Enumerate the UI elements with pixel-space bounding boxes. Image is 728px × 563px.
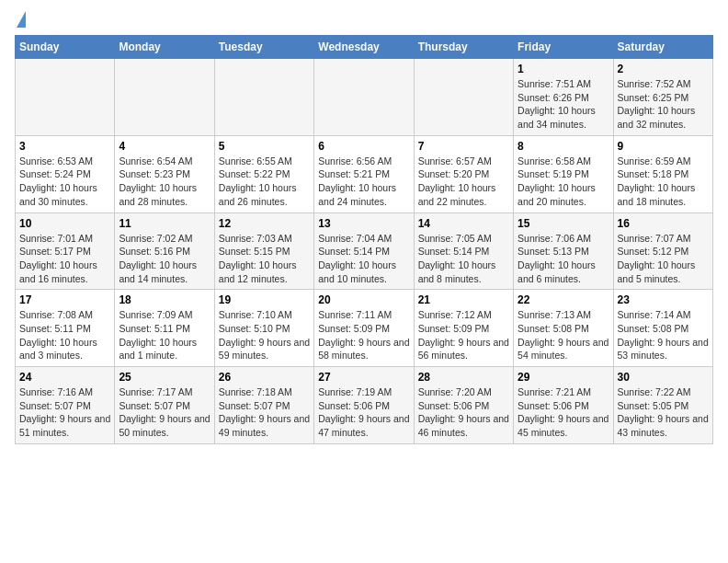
calendar-cell xyxy=(115,59,214,136)
calendar-cell: 15Sunrise: 7:06 AM Sunset: 5:13 PM Dayli… xyxy=(514,213,613,290)
calendar-cell: 20Sunrise: 7:11 AM Sunset: 5:09 PM Dayli… xyxy=(314,290,414,367)
day-number: 5 xyxy=(219,140,310,153)
day-number: 17 xyxy=(19,293,110,306)
day-number: 8 xyxy=(518,140,609,153)
day-number: 25 xyxy=(119,371,210,384)
day-info: Sunrise: 7:12 AM Sunset: 5:09 PM Dayligh… xyxy=(418,308,509,362)
day-info: Sunrise: 7:04 AM Sunset: 5:14 PM Dayligh… xyxy=(318,232,409,286)
calendar-cell: 1Sunrise: 7:51 AM Sunset: 6:26 PM Daylig… xyxy=(514,59,613,136)
day-info: Sunrise: 7:19 AM Sunset: 5:06 PM Dayligh… xyxy=(318,385,409,440)
weekday-header: Wednesday xyxy=(314,36,414,59)
calendar-cell: 27Sunrise: 7:19 AM Sunset: 5:06 PM Dayli… xyxy=(314,367,414,444)
calendar-cell: 3Sunrise: 6:53 AM Sunset: 5:24 PM Daylig… xyxy=(16,135,115,213)
calendar-cell: 29Sunrise: 7:21 AM Sunset: 5:06 PM Dayli… xyxy=(514,367,613,444)
calendar-cell: 13Sunrise: 7:04 AM Sunset: 5:14 PM Dayli… xyxy=(314,213,414,290)
calendar-cell: 26Sunrise: 7:18 AM Sunset: 5:07 PM Dayli… xyxy=(214,367,313,444)
calendar-cell: 7Sunrise: 6:57 AM Sunset: 5:20 PM Daylig… xyxy=(414,135,513,213)
day-number: 11 xyxy=(119,217,210,230)
day-info: Sunrise: 6:57 AM Sunset: 5:20 PM Dayligh… xyxy=(418,155,509,209)
day-number: 26 xyxy=(219,371,310,384)
calendar-cell: 9Sunrise: 6:59 AM Sunset: 5:18 PM Daylig… xyxy=(613,135,712,213)
day-number: 2 xyxy=(618,63,709,75)
day-number: 19 xyxy=(219,293,310,306)
calendar-cell: 8Sunrise: 6:58 AM Sunset: 5:19 PM Daylig… xyxy=(514,135,613,213)
calendar-cell: 11Sunrise: 7:02 AM Sunset: 5:16 PM Dayli… xyxy=(115,213,214,290)
day-number: 29 xyxy=(518,371,609,384)
day-info: Sunrise: 6:59 AM Sunset: 5:18 PM Dayligh… xyxy=(618,155,709,209)
calendar-cell: 19Sunrise: 7:10 AM Sunset: 5:10 PM Dayli… xyxy=(214,290,313,367)
day-number: 24 xyxy=(19,371,110,384)
day-number: 7 xyxy=(418,140,509,153)
day-info: Sunrise: 7:08 AM Sunset: 5:11 PM Dayligh… xyxy=(19,308,110,362)
calendar-cell: 22Sunrise: 7:13 AM Sunset: 5:08 PM Dayli… xyxy=(514,290,613,367)
day-number: 22 xyxy=(518,293,609,306)
calendar-cell: 25Sunrise: 7:17 AM Sunset: 5:07 PM Dayli… xyxy=(115,367,214,444)
calendar-cell: 10Sunrise: 7:01 AM Sunset: 5:17 PM Dayli… xyxy=(16,213,115,290)
day-number: 23 xyxy=(618,293,709,306)
calendar-cell: 5Sunrise: 6:55 AM Sunset: 5:22 PM Daylig… xyxy=(214,135,313,213)
calendar-week-row: 1Sunrise: 7:51 AM Sunset: 6:26 PM Daylig… xyxy=(16,59,713,136)
calendar-cell: 4Sunrise: 6:54 AM Sunset: 5:23 PM Daylig… xyxy=(115,135,214,213)
weekday-header: Tuesday xyxy=(214,36,313,59)
day-number: 30 xyxy=(618,371,709,384)
day-info: Sunrise: 6:55 AM Sunset: 5:22 PM Dayligh… xyxy=(219,155,310,209)
calendar-cell: 14Sunrise: 7:05 AM Sunset: 5:14 PM Dayli… xyxy=(414,213,513,290)
day-number: 13 xyxy=(318,217,409,230)
day-info: Sunrise: 7:05 AM Sunset: 5:14 PM Dayligh… xyxy=(418,232,509,286)
day-number: 15 xyxy=(518,217,609,230)
day-info: Sunrise: 7:13 AM Sunset: 5:08 PM Dayligh… xyxy=(518,308,609,362)
day-info: Sunrise: 7:21 AM Sunset: 5:06 PM Dayligh… xyxy=(518,385,609,440)
day-number: 28 xyxy=(418,371,509,384)
day-number: 1 xyxy=(518,63,609,75)
weekday-header: Friday xyxy=(514,36,613,59)
calendar-cell xyxy=(314,59,414,136)
calendar-cell: 28Sunrise: 7:20 AM Sunset: 5:06 PM Dayli… xyxy=(414,367,513,444)
day-number: 4 xyxy=(119,140,210,153)
day-info: Sunrise: 7:01 AM Sunset: 5:17 PM Dayligh… xyxy=(19,232,110,286)
day-info: Sunrise: 7:20 AM Sunset: 5:06 PM Dayligh… xyxy=(418,385,509,440)
calendar-cell: 17Sunrise: 7:08 AM Sunset: 5:11 PM Dayli… xyxy=(16,290,115,367)
day-number: 14 xyxy=(418,217,509,230)
day-info: Sunrise: 7:03 AM Sunset: 5:15 PM Dayligh… xyxy=(219,232,310,286)
calendar-cell xyxy=(414,59,513,136)
calendar-cell xyxy=(16,59,115,136)
calendar-week-row: 17Sunrise: 7:08 AM Sunset: 5:11 PM Dayli… xyxy=(16,290,713,367)
weekday-header: Monday xyxy=(115,36,214,59)
day-info: Sunrise: 7:52 AM Sunset: 6:25 PM Dayligh… xyxy=(618,77,709,132)
day-info: Sunrise: 7:07 AM Sunset: 5:12 PM Dayligh… xyxy=(618,232,709,286)
day-info: Sunrise: 7:06 AM Sunset: 5:13 PM Dayligh… xyxy=(518,232,609,286)
day-info: Sunrise: 7:14 AM Sunset: 5:08 PM Dayligh… xyxy=(618,308,709,362)
logo xyxy=(15,15,26,28)
day-number: 16 xyxy=(618,217,709,230)
day-info: Sunrise: 7:09 AM Sunset: 5:11 PM Dayligh… xyxy=(119,308,210,362)
day-number: 27 xyxy=(318,371,409,384)
day-number: 6 xyxy=(318,140,409,153)
calendar-week-row: 3Sunrise: 6:53 AM Sunset: 5:24 PM Daylig… xyxy=(16,135,713,213)
day-info: Sunrise: 7:51 AM Sunset: 6:26 PM Dayligh… xyxy=(518,77,609,132)
calendar-cell: 6Sunrise: 6:56 AM Sunset: 5:21 PM Daylig… xyxy=(314,135,414,213)
weekday-header: Sunday xyxy=(16,36,115,59)
day-number: 9 xyxy=(618,140,709,153)
calendar-header-row: SundayMondayTuesdayWednesdayThursdayFrid… xyxy=(16,36,713,59)
day-number: 12 xyxy=(219,217,310,230)
calendar-table: SundayMondayTuesdayWednesdayThursdayFrid… xyxy=(15,35,713,444)
calendar-cell: 21Sunrise: 7:12 AM Sunset: 5:09 PM Dayli… xyxy=(414,290,513,367)
day-info: Sunrise: 7:18 AM Sunset: 5:07 PM Dayligh… xyxy=(219,385,310,440)
day-info: Sunrise: 6:56 AM Sunset: 5:21 PM Dayligh… xyxy=(318,155,409,209)
day-number: 21 xyxy=(418,293,509,306)
day-info: Sunrise: 6:54 AM Sunset: 5:23 PM Dayligh… xyxy=(119,155,210,209)
day-number: 10 xyxy=(19,217,110,230)
day-info: Sunrise: 7:22 AM Sunset: 5:05 PM Dayligh… xyxy=(618,385,709,440)
day-number: 3 xyxy=(19,140,110,153)
calendar-cell: 30Sunrise: 7:22 AM Sunset: 5:05 PM Dayli… xyxy=(613,367,712,444)
calendar-week-row: 24Sunrise: 7:16 AM Sunset: 5:07 PM Dayli… xyxy=(16,367,713,444)
calendar-cell xyxy=(214,59,313,136)
calendar-week-row: 10Sunrise: 7:01 AM Sunset: 5:17 PM Dayli… xyxy=(16,213,713,290)
calendar-cell: 23Sunrise: 7:14 AM Sunset: 5:08 PM Dayli… xyxy=(613,290,712,367)
day-info: Sunrise: 7:02 AM Sunset: 5:16 PM Dayligh… xyxy=(119,232,210,286)
day-number: 20 xyxy=(318,293,409,306)
day-info: Sunrise: 7:11 AM Sunset: 5:09 PM Dayligh… xyxy=(318,308,409,362)
calendar-cell: 18Sunrise: 7:09 AM Sunset: 5:11 PM Dayli… xyxy=(115,290,214,367)
weekday-header: Saturday xyxy=(613,36,712,59)
day-number: 18 xyxy=(119,293,210,306)
